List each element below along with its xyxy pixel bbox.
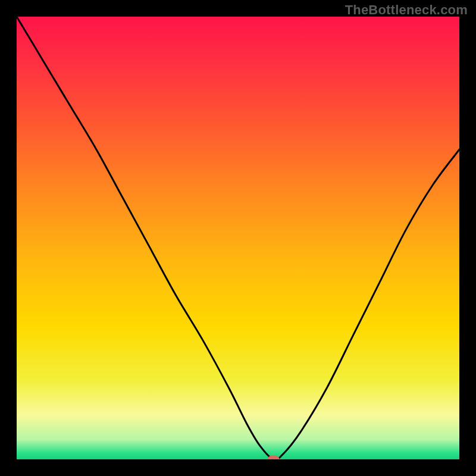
bottleneck-plot (17, 17, 459, 459)
plot-background (17, 17, 459, 459)
plot-svg (17, 17, 459, 459)
chart-frame: TheBottleneck.com (0, 0, 476, 476)
watermark-text: TheBottleneck.com (345, 2, 468, 18)
